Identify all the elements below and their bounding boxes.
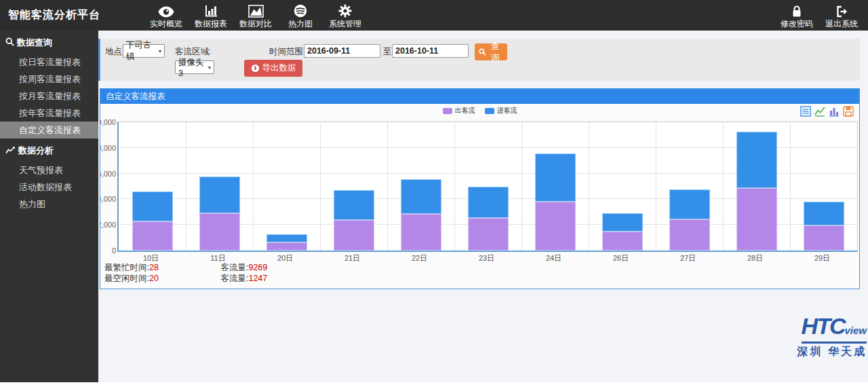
sidebar-section-query: 数据查询 <box>0 31 98 54</box>
sidebar-section-label: 数据查询 <box>17 37 52 49</box>
nav-item-label: 热力图 <box>278 18 323 30</box>
sidebar-section-label: 数据分析 <box>18 145 54 157</box>
flow-value: 1247 <box>248 274 267 283</box>
nav-item-label: 修改密码 <box>774 18 819 30</box>
bar-in-20日 <box>267 234 307 242</box>
y-axis-tick-label: 6,000 <box>100 170 116 178</box>
y-axis-tick-label: 2,000 <box>100 221 116 229</box>
nav-item-label: 数据报表 <box>189 18 233 30</box>
chart-legend: 出客流 进客流 <box>100 106 859 115</box>
bar-in-27日 <box>669 189 710 219</box>
query-button-label: 查询 <box>487 41 503 64</box>
x-axis-tick-label: 24日 <box>546 253 561 263</box>
brand-logo-text: HTCview <box>802 316 867 344</box>
logout-icon <box>819 3 864 18</box>
date-to-input[interactable] <box>392 44 469 58</box>
x-axis-tick-label: 26日 <box>613 253 629 263</box>
bar-out-11日 <box>199 213 240 251</box>
bar-in-28日 <box>736 132 777 189</box>
idlest-stat-row: 最空闲时间:20 客流量:1247 <box>104 274 267 284</box>
to-label: 至 <box>383 46 392 58</box>
gear-icon <box>323 3 368 18</box>
linechart-icon[interactable] <box>814 106 825 117</box>
x-axis-tick-label: 27日 <box>680 253 696 263</box>
export-data-button[interactable]: 导出数据 <box>244 60 302 77</box>
bar-in-29日 <box>804 202 844 225</box>
bar-out-28日 <box>736 188 777 251</box>
camera-select-value: 摄像头3 <box>178 57 206 78</box>
location-label: 地点: <box>105 46 124 58</box>
x-axis-tick-label: 10日 <box>143 253 159 263</box>
location-select[interactable]: 下司古镇▾ <box>123 44 165 58</box>
bar-out-24日 <box>535 202 576 251</box>
bar-out-21日 <box>334 220 374 251</box>
eye-icon <box>144 3 189 18</box>
sidebar-item-daily-report[interactable]: 按日客流量报表 <box>0 54 98 71</box>
bar-out-27日 <box>669 219 710 251</box>
x-axis-tick-label: 11日 <box>210 253 225 263</box>
nav-item-change-password[interactable]: 修改密码 <box>774 1 819 30</box>
flow-label: 客流量: <box>220 263 248 272</box>
sidebar-section-analysis: 数据分析 <box>0 139 98 162</box>
bar-out-20日 <box>267 242 307 251</box>
sidebar-item-activity-report[interactable]: 活动数据报表 <box>0 179 98 196</box>
query-button[interactable]: 查询 <box>475 43 507 60</box>
sidebar-item-weather-report[interactable]: 天气预报表 <box>0 162 98 179</box>
nav-item-label: 实时概览 <box>144 18 189 30</box>
chart-toolbar <box>800 106 854 117</box>
nav-item-label: 系统管理 <box>323 18 368 30</box>
legend-label: 出客流 <box>455 106 475 115</box>
x-axis-tick-label: 22日 <box>412 253 427 263</box>
nav-item-logout[interactable]: 退出系统 <box>819 1 864 30</box>
y-axis-tick-label: 4,000 <box>100 195 116 203</box>
save-image-icon[interactable] <box>843 106 854 117</box>
sidebar: 数据查询 按日客流量报表 按周客流量报表 按月客流量报表 按年客流量报表 自定义… <box>0 31 98 382</box>
legend-item-out[interactable]: 出客流 <box>443 106 475 115</box>
search-icon <box>5 37 14 48</box>
export-button-label: 导出数据 <box>262 62 296 74</box>
barchart-icon[interactable] <box>829 106 840 117</box>
bar-out-23日 <box>468 218 509 251</box>
bar-in-11日 <box>199 177 240 213</box>
bar-in-21日 <box>334 190 374 220</box>
nav-item-label: 数据对比 <box>233 18 278 30</box>
bar-in-22日 <box>401 179 441 215</box>
location-select-value: 下司古镇 <box>126 39 157 62</box>
panel-body: 出客流 进客流 02,0004,0006,0008,00010,000 <box>100 104 859 289</box>
nav-menu: 实时概览 数据报表 数据对比 热力图 <box>144 1 368 30</box>
top-nav: 智能客流分析平台 实时概览 数据报表 数据对比 热力图 <box>0 0 868 31</box>
legend-swatch-out <box>443 108 452 114</box>
legend-label: 进客流 <box>497 106 517 115</box>
date-from-input[interactable] <box>304 44 380 58</box>
idlest-value: 20 <box>149 274 159 283</box>
nav-item-system[interactable]: 系统管理 <box>323 1 368 30</box>
sidebar-item-weekly-report[interactable]: 按周客流量报表 <box>0 71 98 88</box>
bar-out-10日 <box>132 221 173 251</box>
nav-item-heatmap[interactable]: 热力图 <box>278 1 323 30</box>
flow-label: 客流量: <box>220 274 248 283</box>
idlest-label: 最空闲时间: <box>104 274 149 283</box>
search-icon <box>479 48 486 56</box>
camera-select[interactable]: 摄像头3▾ <box>175 60 214 74</box>
plot-area: 02,0004,0006,0008,00010,000 <box>117 122 858 252</box>
nav-item-reports[interactable]: 数据报表 <box>189 1 233 30</box>
nav-item-realtime[interactable]: 实时概览 <box>144 1 189 30</box>
nav-item-compare[interactable]: 数据对比 <box>233 1 278 30</box>
sidebar-item-heatmap[interactable]: 热力图 <box>0 196 98 213</box>
bar-out-22日 <box>401 214 441 251</box>
sidebar-item-custom-report[interactable]: 自定义客流报表 <box>0 122 98 139</box>
legend-item-in[interactable]: 进客流 <box>485 106 517 115</box>
flow-value: 9269 <box>248 263 267 272</box>
bar-chart-icon <box>189 3 233 18</box>
date-range-label: 时间范围 <box>269 46 303 58</box>
sidebar-item-monthly-report[interactable]: 按月客流量报表 <box>0 88 98 105</box>
x-axis-tick-label: 20日 <box>277 253 293 263</box>
sidebar-item-yearly-report[interactable]: 按年客流量报表 <box>0 105 98 122</box>
chevron-down-icon: ▾ <box>208 64 211 71</box>
brand-logo: HTCview 深圳 华天成 <box>797 316 867 359</box>
y-axis-tick-label: 8,000 <box>100 144 116 152</box>
dataview-icon[interactable] <box>800 106 811 117</box>
brand-name: HTC <box>802 313 845 339</box>
x-axis-tick-label: 21日 <box>344 253 360 263</box>
x-axis-tick-label: 23日 <box>479 253 494 263</box>
